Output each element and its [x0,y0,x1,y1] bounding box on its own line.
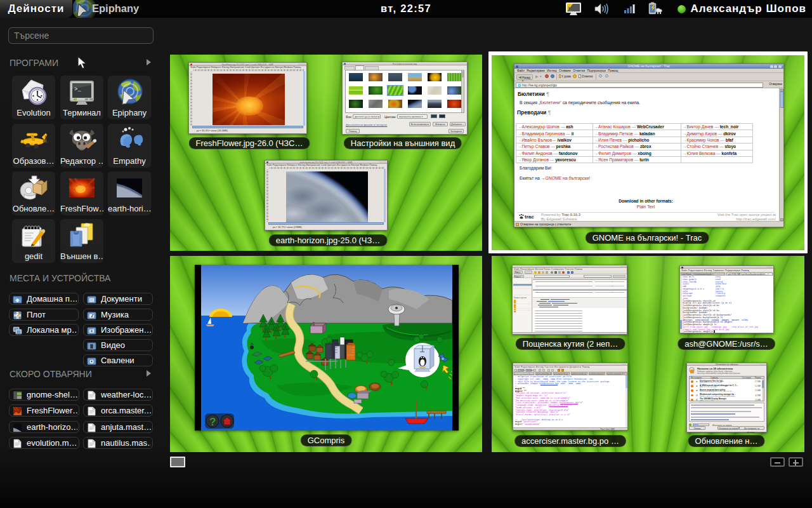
svg-text:trac: trac [525,214,534,220]
svg-text:?: ? [209,416,216,428]
svg-text:>_: >_ [74,86,81,93]
